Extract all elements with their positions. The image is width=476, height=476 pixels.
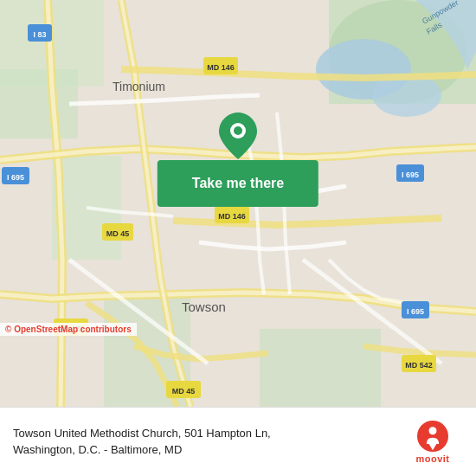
svg-text:Timonium: Timonium	[113, 80, 165, 93]
svg-rect-7	[260, 329, 381, 407]
osm-attribution: © OpenStreetMap contributors	[0, 323, 137, 336]
moovit-icon	[417, 421, 448, 452]
map-container: I 83 I 695 MD 45 MD 146 MD 146 I 695 I 6…	[0, 0, 476, 407]
svg-text:MD 146: MD 146	[218, 212, 246, 221]
svg-point-35	[234, 126, 242, 135]
take-me-there-button[interactable]: Take me there	[158, 160, 318, 207]
moovit-text: moovit	[415, 453, 449, 464]
location-line2: Washington, D.C. - Baltimore, MD	[13, 443, 182, 456]
svg-text:MD 45: MD 45	[172, 387, 196, 396]
svg-text:I 695: I 695	[402, 170, 419, 179]
svg-text:MD 45: MD 45	[106, 229, 130, 238]
osm-symbol: ©	[5, 325, 11, 334]
svg-text:MD 542: MD 542	[405, 361, 433, 370]
location-pin	[219, 113, 257, 163]
svg-text:I 695: I 695	[407, 307, 424, 316]
location-text: Towson United Methodist Church, 501 Hamp…	[13, 426, 271, 457]
moovit-logo: moovit	[402, 421, 463, 464]
svg-text:I 83: I 83	[33, 30, 46, 39]
svg-rect-4	[0, 69, 78, 138]
osm-text: OpenStreetMap contributors	[14, 325, 132, 334]
info-bar: Towson United Methodist Church, 501 Hamp…	[0, 407, 476, 476]
svg-text:Towson: Towson	[182, 299, 226, 314]
location-line1: Towson United Methodist Church, 501 Hamp…	[13, 427, 271, 440]
svg-text:MD 146: MD 146	[207, 63, 235, 72]
svg-text:I 695: I 695	[7, 173, 24, 182]
svg-point-37	[429, 427, 437, 434]
